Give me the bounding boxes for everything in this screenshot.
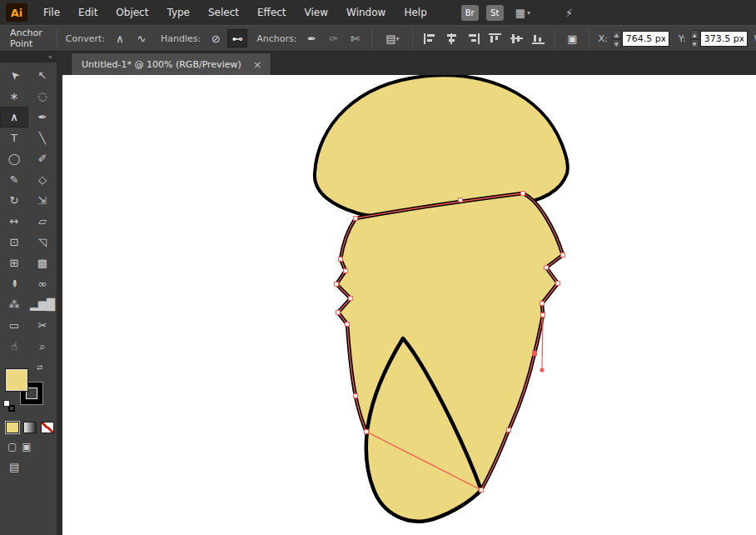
menu-select[interactable]: Select xyxy=(199,0,248,25)
selection-tool[interactable]: ➤ xyxy=(0,65,28,86)
draw-normal-button[interactable]: ▢ xyxy=(7,441,17,452)
paintbrush-tool[interactable]: ✐ xyxy=(28,148,57,169)
tools-panel-collapse[interactable]: « xyxy=(0,52,57,62)
remove-anchor-button[interactable]: ✒ xyxy=(301,29,321,48)
bridge-button[interactable]: Br xyxy=(461,5,479,21)
x-stepper[interactable]: ▲ ▼ xyxy=(612,30,621,47)
stock-button[interactable]: St xyxy=(486,5,504,21)
none-button[interactable] xyxy=(41,422,54,433)
menu-type[interactable]: Type xyxy=(157,0,199,25)
anchor-point[interactable] xyxy=(336,311,341,315)
mesh-tool[interactable]: ⊞ xyxy=(0,252,28,273)
menu-file[interactable]: File xyxy=(34,0,69,25)
column-graph-tool[interactable]: ▂▆█ xyxy=(28,294,57,315)
stepper-up-icon[interactable]: ▲ xyxy=(690,30,699,39)
document-tab[interactable]: Untitled-1* @ 100% (RGB/Preview) × xyxy=(71,52,271,75)
arrange-documents-button[interactable]: ▦ ▾ xyxy=(515,7,530,19)
artboard-tool[interactable]: ▭ xyxy=(0,315,28,336)
artwork-canvas[interactable] xyxy=(62,75,756,535)
menu-view[interactable]: View xyxy=(296,0,337,25)
hand-tool[interactable]: ☝ xyxy=(0,336,28,357)
menu-window[interactable]: Window xyxy=(337,0,395,25)
anchor-point[interactable] xyxy=(480,488,484,492)
eyedropper-tool[interactable]: ✒ xyxy=(0,273,28,294)
scale-tool[interactable]: ⇲ xyxy=(28,190,57,211)
zoom-tool[interactable]: ⌕ xyxy=(28,336,57,357)
canvas[interactable] xyxy=(62,75,756,535)
menu-edit[interactable]: Edit xyxy=(69,0,107,25)
anchor-point[interactable] xyxy=(346,322,350,327)
align-horizontal-left-button[interactable] xyxy=(420,29,440,48)
close-icon[interactable]: × xyxy=(253,59,262,70)
stepper-up-icon[interactable]: ▲ xyxy=(612,30,621,39)
anchor-point[interactable] xyxy=(556,282,560,286)
eyedropper-tool-icon: ✒ xyxy=(8,279,21,288)
direction-handle-dot[interactable] xyxy=(540,368,544,372)
align-horizontal-center-button[interactable] xyxy=(441,29,461,48)
ellipse-tool[interactable]: ◯ xyxy=(0,148,28,169)
color-button[interactable] xyxy=(6,422,19,433)
align-to-selection-button[interactable]: ▣ xyxy=(562,29,582,48)
direct-selection-tool[interactable]: ↖ xyxy=(28,65,57,86)
document-setup-button[interactable]: ▤ ▾ xyxy=(379,29,405,48)
y-stepper[interactable]: ▲ ▼ xyxy=(690,30,699,47)
gradient-tool[interactable]: ▩ xyxy=(28,252,57,273)
fill-swatch[interactable] xyxy=(6,369,27,391)
cut-path-button[interactable]: ✄ xyxy=(345,29,365,48)
line-segment-tool[interactable]: ╲ xyxy=(28,128,57,148)
x-input[interactable] xyxy=(622,31,669,47)
anchor-point[interactable] xyxy=(507,428,511,432)
anchor-point-tool[interactable]: ∧ xyxy=(0,107,28,128)
default-swatches-icon[interactable] xyxy=(3,400,15,412)
pencil-tool[interactable]: ✎ xyxy=(0,169,28,190)
anchor-point[interactable] xyxy=(365,430,369,434)
draw-behind-button[interactable]: ▣ xyxy=(22,441,31,452)
blend-tool[interactable]: ∞ xyxy=(28,273,57,294)
gpu-performance-button[interactable]: ⚡ xyxy=(565,7,573,19)
anchor-point[interactable] xyxy=(335,282,339,287)
stepper-down-icon[interactable]: ▼ xyxy=(690,39,699,48)
align-vertical-middle-button[interactable] xyxy=(506,29,526,48)
align-vertical-top-button[interactable] xyxy=(485,29,505,48)
anchor-point[interactable] xyxy=(459,198,463,202)
swap-fill-stroke-icon[interactable]: ⇄ xyxy=(37,363,43,372)
anchor-point[interactable] xyxy=(540,302,545,306)
menu-effect[interactable]: Effect xyxy=(248,0,296,25)
anchor-point[interactable] xyxy=(349,297,353,301)
connect-anchors-button[interactable]: ✑ xyxy=(323,29,343,48)
anchor-point-selected[interactable] xyxy=(533,352,537,356)
hide-handles-button[interactable]: ⊘ xyxy=(206,29,226,48)
align-vertical-bottom-button[interactable] xyxy=(528,29,548,48)
anchor-point[interactable] xyxy=(561,253,565,258)
stepper-down-icon[interactable]: ▼ xyxy=(612,39,621,48)
width-tool[interactable]: ↔ xyxy=(0,211,28,232)
anchor-point[interactable] xyxy=(354,217,358,221)
free-transform-tool[interactable]: ▱ xyxy=(28,211,57,232)
show-handles-button[interactable]: ⊷ xyxy=(227,29,247,48)
lasso-tool[interactable]: ◌ xyxy=(28,86,57,107)
slice-tool[interactable]: ✂ xyxy=(28,315,57,336)
magic-wand-tool[interactable]: ∗ xyxy=(0,86,28,107)
convert-to-smooth-button[interactable]: ∿ xyxy=(132,29,152,48)
align-horizontal-right-button[interactable] xyxy=(463,29,483,48)
convert-to-corner-button[interactable]: ∧ xyxy=(110,29,130,48)
anchor-point[interactable] xyxy=(545,266,549,270)
y-input[interactable] xyxy=(700,31,748,47)
type-tool[interactable]: T xyxy=(0,128,28,148)
anchor-point[interactable] xyxy=(541,313,545,318)
anchor-point[interactable] xyxy=(521,192,525,196)
anchor-point[interactable] xyxy=(344,269,348,273)
pen-tool[interactable]: ✒ xyxy=(28,107,57,128)
anchor-point[interactable] xyxy=(354,394,358,398)
anchor-point[interactable] xyxy=(339,258,343,262)
screen-mode-button[interactable]: ▤ xyxy=(9,461,19,473)
gradient-button[interactable] xyxy=(23,422,37,433)
shape-builder-tool[interactable]: ⊡ xyxy=(0,232,28,252)
menu-help[interactable]: Help xyxy=(395,0,435,25)
perspective-grid-tool[interactable]: ◹ xyxy=(28,232,57,252)
rotate-tool[interactable]: ↻ xyxy=(0,190,28,211)
eraser-tool[interactable]: ◇ xyxy=(28,169,57,190)
menu-object[interactable]: Object xyxy=(107,0,157,25)
symbol-sprayer-tool[interactable]: ⁂ xyxy=(0,294,28,315)
cap-shape[interactable] xyxy=(315,75,568,216)
